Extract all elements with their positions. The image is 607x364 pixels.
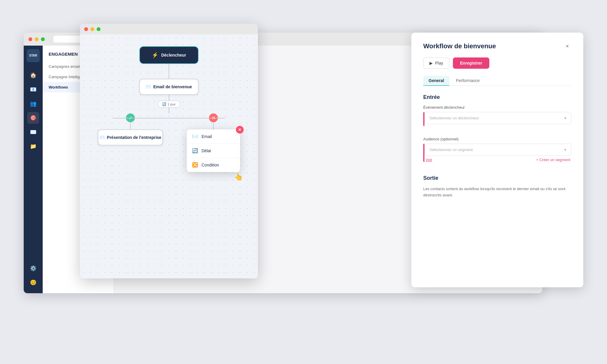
voir-link[interactable]: Voir [426, 158, 432, 162]
left-connector [130, 122, 131, 129]
audience-placeholder: Sélectionnez un segment [429, 147, 473, 152]
play-button[interactable]: ▶ Play [423, 57, 449, 69]
audience-select[interactable]: Sélectionnez un segment ▾ [424, 144, 571, 156]
audience-field-wrapper: Sélectionnez un segment ▾ Voir + Créer u… [423, 144, 571, 162]
sidebar-item-profile[interactable]: 😊 [27, 277, 39, 288]
sortie-description: Les contacts sortent du workflow lorsqu'… [423, 186, 571, 198]
popup-email-label: Email [202, 134, 212, 139]
email-icon-1: ✉️ [146, 84, 151, 89]
audience-footer: Voir + Créer un segment [424, 158, 571, 162]
email-bienvenue-node[interactable]: ✉️ Email de bienvenue [139, 79, 199, 95]
popup-delai-icon: 🔄 [192, 148, 198, 153]
tab-general[interactable]: General [423, 76, 449, 86]
email-bienvenue-label: Email de bienvenue [153, 84, 192, 89]
canvas-titlebar [80, 24, 258, 34]
connector-1 [169, 64, 169, 79]
sidebar-logo: STAR [27, 49, 40, 62]
right-panel-title: Workflow de bienvenue [423, 42, 496, 50]
event-chevron-icon: ▾ [564, 116, 566, 120]
delay-badge[interactable]: 🔄 1 jour [158, 101, 180, 108]
event-select-wrapper: Sélectionnez un déclencheur ▾ [424, 112, 571, 126]
event-placeholder: Sélectionnez un déclencheur [429, 116, 479, 120]
popup-delai-label: Délai [202, 148, 211, 153]
delay-label: 1 jour [167, 102, 176, 106]
trigger-label: Déclencheur [161, 53, 186, 57]
save-button[interactable]: Enregistrer [453, 57, 489, 69]
canvas-tl-yellow [90, 27, 94, 31]
presentation-icon: ✉️ [100, 135, 105, 140]
popup-condition-icon: 🔀 [192, 162, 198, 168]
trigger-icon: ⚡ [152, 52, 158, 58]
delay-icon: 🔄 [162, 102, 166, 106]
canvas-tl-green [97, 27, 100, 31]
traffic-light-yellow [35, 37, 39, 41]
connector-2a [169, 95, 169, 101]
sidebar-item-settings[interactable]: ⚙️ [27, 262, 39, 274]
sidebar-item-campaigns[interactable]: 📧 [27, 84, 39, 95]
event-label: Événement déclencheur [423, 105, 571, 110]
popup-menu[interactable]: ✕ ✉️ Email 🔄 Délai 🔀 Condition 👆 [187, 129, 240, 172]
cursor: 👆 [234, 173, 243, 181]
canvas-tl-red [84, 27, 88, 31]
connector-2b [169, 108, 169, 113]
play-icon: ▶ [429, 61, 433, 65]
right-panel-header: Workflow de bienvenue × [423, 42, 571, 50]
right-panel-close-button[interactable]: × [563, 42, 571, 50]
presentation-node[interactable]: ✉️ Présentation de l'entreprise [98, 129, 163, 145]
action-buttons: ▶ Play Enregistrer [423, 57, 571, 69]
traffic-light-green [41, 37, 45, 41]
audience-chevron-icon: ▾ [564, 147, 566, 152]
sidebar-item-home[interactable]: 🏠 [27, 69, 39, 81]
trigger-node[interactable]: ⚡ Déclencheur [139, 46, 199, 64]
entree-section-title: Entrée [423, 94, 571, 100]
presentation-label: Présentation de l'entreprise [107, 135, 162, 140]
workflow-canvas-window: ⚡ Déclencheur ✉️ Email de bienvenue 🔄 1 … [80, 24, 258, 278]
popup-item-condition[interactable]: 🔀 Condition [187, 158, 240, 172]
branch-row: ✓ ✉️ Présentation de l'entreprise ✕ ✕ ✉️… [98, 113, 240, 172]
event-field-wrapper: Sélectionnez un déclencheur ▾ [423, 112, 571, 126]
create-segment-link[interactable]: + Créer un segment [536, 158, 570, 162]
event-select[interactable]: Sélectionnez un déclencheur ▾ [424, 112, 571, 124]
sidebar-item-messages[interactable]: ✉️ [27, 126, 39, 138]
right-connector [213, 122, 214, 129]
sidebar-item-folders[interactable]: 📁 [27, 140, 39, 152]
branch-line [113, 118, 225, 118]
canvas-area: ⚡ Déclencheur ✉️ Email de bienvenue 🔄 1 … [80, 34, 258, 278]
traffic-light-red [28, 37, 32, 41]
audience-label: Audience (optionnel) [423, 137, 571, 141]
popup-condition-label: Condition [202, 163, 219, 167]
sidebar-item-contacts[interactable]: 👥 [27, 98, 39, 110]
popup-close-button[interactable]: ✕ [236, 126, 244, 134]
popup-item-email[interactable]: ✉️ Email [187, 129, 240, 144]
tabs-container: General Performance [423, 76, 571, 86]
tab-performance[interactable]: Performance [451, 76, 485, 86]
audience-select-wrapper: Sélectionnez un segment ▾ Voir + Créer u… [424, 144, 571, 162]
popup-item-delai[interactable]: 🔄 Délai [187, 144, 240, 158]
sidebar-item-goals[interactable]: 🎯 [27, 112, 39, 124]
right-panel: Workflow de bienvenue × ▶ Play Enregistr… [411, 33, 583, 287]
play-label: Play [435, 61, 443, 65]
right-branch: ✕ ✕ ✉️ Email 🔄 Délai 🔀 Condition [187, 113, 240, 172]
sortie-section-title: Sortie [423, 175, 571, 181]
sidebar: STAR 🏠 📧 👥 🎯 ✉️ 📁 ⚙️ 😊 [24, 46, 43, 293]
popup-email-icon: ✉️ [192, 134, 198, 139]
